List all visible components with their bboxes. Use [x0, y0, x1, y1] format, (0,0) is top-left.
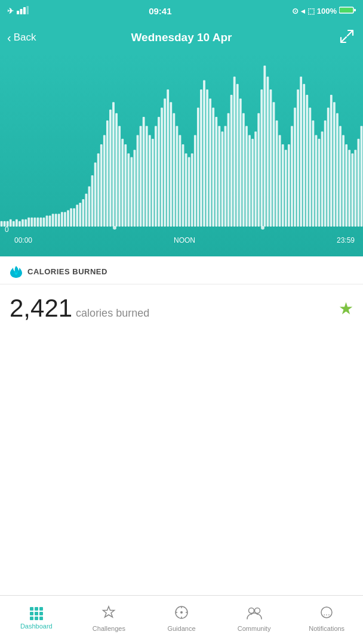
svg-rect-26: [52, 214, 54, 227]
nav-label-community: Community: [238, 625, 271, 632]
svg-rect-38: [88, 187, 91, 227]
svg-rect-5: [340, 8, 353, 13]
chart-container: 0 00:00 NOON 23:59: [0, 54, 363, 256]
svg-rect-92: [251, 139, 254, 227]
svg-rect-48: [118, 126, 121, 227]
back-button[interactable]: ‹ Back: [7, 31, 36, 45]
svg-rect-106: [294, 108, 296, 227]
expand-button[interactable]: [339, 29, 355, 47]
svg-rect-85: [230, 95, 233, 227]
nav-label-guidance: Guidance: [167, 625, 195, 632]
svg-rect-0: [17, 11, 19, 14]
svg-rect-64: [167, 89, 169, 227]
screen-icon: ⬚: [307, 7, 315, 16]
nav-item-community[interactable]: Community: [218, 596, 291, 644]
svg-rect-118: [330, 95, 333, 227]
svg-rect-93: [254, 131, 257, 227]
svg-rect-63: [164, 98, 166, 227]
svg-rect-121: [339, 126, 342, 227]
svg-rect-104: [288, 144, 290, 227]
svg-rect-95: [260, 89, 263, 227]
nav-label-notifications: Notifications: [309, 625, 344, 632]
community-icon: [246, 605, 263, 623]
svg-rect-36: [82, 199, 84, 227]
svg-rect-96: [263, 66, 266, 227]
svg-rect-89: [242, 113, 245, 227]
svg-rect-80: [215, 117, 217, 227]
svg-rect-55: [140, 126, 142, 227]
svg-rect-68: [179, 135, 182, 227]
svg-rect-123: [345, 144, 347, 227]
nav-item-challenges[interactable]: Challenges: [73, 596, 146, 644]
header-title: Wednesday 10 Apr: [131, 31, 232, 44]
svg-rect-73: [194, 135, 196, 227]
svg-rect-59: [152, 139, 154, 227]
svg-rect-112: [312, 120, 315, 227]
location-icon: ⊙: [292, 7, 299, 16]
nav-item-dashboard[interactable]: Dashboard: [0, 596, 73, 644]
bottom-nav: Dashboard Challenges Guidance: [0, 595, 363, 644]
chart-axis-labels: 00:00 NOON 23:59: [0, 235, 363, 247]
svg-line-7: [347, 31, 352, 36]
svg-rect-76: [203, 80, 205, 227]
svg-rect-46: [112, 102, 115, 227]
flame-icon: [10, 265, 23, 278]
svg-rect-120: [336, 113, 339, 227]
calories-chart[interactable]: [0, 60, 363, 233]
svg-rect-107: [297, 89, 299, 227]
section-title: CALORIES BURNED: [27, 267, 107, 276]
svg-rect-32: [70, 208, 72, 227]
svg-rect-1: [20, 9, 23, 14]
svg-rect-60: [155, 126, 157, 227]
svg-rect-53: [134, 150, 136, 227]
status-right: ⊙ ◂ ⬚ 100%: [292, 6, 356, 16]
svg-rect-13: [13, 221, 15, 227]
svg-rect-49: [121, 139, 124, 227]
svg-text:...: ...: [323, 608, 330, 617]
back-chevron: ‹: [7, 31, 11, 45]
challenges-icon: [101, 605, 116, 623]
svg-point-129: [113, 226, 116, 230]
svg-rect-14: [16, 219, 18, 227]
axis-label-end: 23:59: [337, 236, 355, 244]
svg-rect-127: [358, 139, 360, 227]
svg-rect-125: [351, 153, 353, 227]
star-icon: ★: [339, 299, 353, 318]
airplane-icon: ✈: [7, 7, 14, 16]
svg-rect-31: [67, 210, 69, 227]
svg-rect-88: [239, 98, 242, 227]
svg-rect-108: [300, 76, 302, 227]
battery-icon: [339, 6, 356, 16]
svg-rect-2: [23, 7, 26, 14]
calories-row: 2,421calories burned ★: [0, 284, 363, 332]
header: ‹ Back Wednesday 10 Apr: [0, 21, 363, 54]
svg-rect-128: [361, 126, 363, 227]
svg-rect-34: [76, 205, 78, 227]
svg-point-133: [180, 611, 183, 614]
svg-rect-109: [303, 84, 305, 227]
svg-rect-16: [21, 219, 24, 227]
svg-rect-113: [315, 135, 318, 227]
svg-rect-86: [233, 76, 236, 227]
section-header: CALORIES BURNED: [0, 256, 363, 284]
svg-rect-75: [200, 89, 202, 227]
svg-point-130: [261, 226, 264, 230]
svg-rect-97: [267, 76, 269, 227]
nav-item-notifications[interactable]: ... Notifications: [290, 596, 363, 644]
notifications-icon: ...: [319, 605, 334, 623]
svg-rect-33: [73, 208, 75, 227]
svg-rect-42: [100, 144, 103, 227]
stats-section: CALORIES BURNED 2,421calories burned ★: [0, 256, 363, 332]
nav-item-guidance[interactable]: Guidance: [145, 596, 218, 644]
svg-rect-70: [185, 153, 187, 227]
nav-label-challenges: Challenges: [93, 625, 125, 632]
svg-rect-40: [94, 163, 97, 227]
chart-zero-label: 0: [5, 225, 9, 234]
calories-display: 2,421calories burned: [10, 294, 149, 323]
svg-rect-37: [85, 194, 88, 227]
svg-rect-52: [131, 157, 133, 227]
svg-rect-39: [91, 175, 94, 227]
svg-rect-43: [103, 135, 106, 227]
svg-rect-9: [1, 221, 3, 227]
svg-rect-126: [354, 150, 356, 227]
